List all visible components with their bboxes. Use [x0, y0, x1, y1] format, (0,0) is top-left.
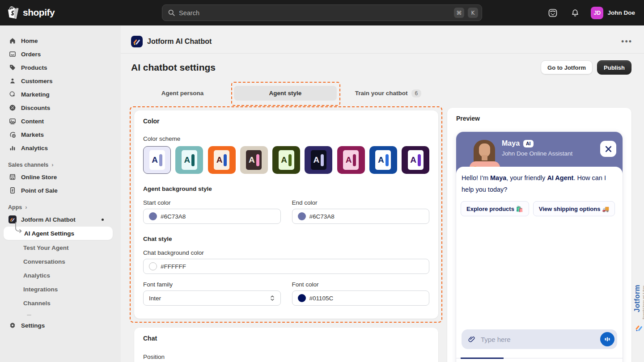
notifications-bell-icon[interactable]: [568, 6, 582, 20]
tag-icon: [8, 63, 17, 72]
sidebar-item-markets[interactable]: Markets: [4, 128, 115, 141]
color-scheme-option-1[interactable]: A: [143, 146, 171, 174]
chat-message-input[interactable]: Type here: [462, 329, 617, 349]
jotform-watermark-tagline: Powerful forms get it done: [642, 286, 644, 320]
pos-terminal-icon: [8, 186, 17, 195]
start-color-input[interactable]: #6C73A8: [143, 209, 281, 224]
color-scheme-option-8[interactable]: A: [369, 146, 397, 174]
sidebar-item-online-store[interactable]: Online Store: [4, 171, 115, 183]
suggestion-view-shipping[interactable]: View shipping options 🚚: [533, 201, 615, 216]
suggestion-explore-products[interactable]: Explore products 🛍️: [461, 201, 529, 216]
home-icon: [8, 37, 17, 45]
chat-settings-card: Chat Position: [134, 328, 438, 362]
paperclip-icon[interactable]: [468, 335, 476, 343]
color-scheme-option-7[interactable]: A: [337, 146, 365, 174]
ai-badge: AI: [523, 140, 534, 147]
start-color-swatch: [149, 212, 157, 220]
color-scheme-option-6[interactable]: A: [305, 146, 332, 174]
sidebar-item-customers[interactable]: Customers: [4, 75, 115, 87]
media-icon: [8, 117, 17, 126]
sidebar-item-orders[interactable]: Orders: [4, 48, 115, 60]
close-icon: [605, 145, 612, 153]
color-scheme-option-9[interactable]: A: [402, 146, 429, 174]
color-scheme-option-4[interactable]: A: [240, 146, 268, 174]
sidebar-item-analytics[interactable]: Analytics: [4, 142, 115, 154]
font-color-label: Font color: [292, 281, 430, 288]
voice-input-button[interactable]: [600, 332, 614, 346]
agent-subtitle: John Doe Online Assistant: [502, 150, 572, 157]
tab-count-badge: 6: [411, 89, 422, 97]
font-family-label: Font family: [143, 281, 281, 288]
page-title: AI chatbot settings: [131, 62, 216, 73]
target-cursor-icon: [8, 90, 17, 99]
shopify-wordmark: shopify: [23, 7, 55, 18]
kbd-k: K: [468, 8, 478, 18]
color-settings-card: Color Color scheme AAAAAAAAA Agent backg…: [134, 110, 438, 319]
sales-channels-header[interactable]: Sales channels ›: [8, 161, 114, 168]
preview-title: Preview: [456, 115, 623, 122]
search-input[interactable]: Search ⌘ K: [162, 4, 482, 21]
font-color-input[interactable]: #01105C: [292, 290, 430, 306]
sidebar-item-conversations[interactable]: Conversations: [0, 255, 121, 269]
tab-agent-style[interactable]: Agent style: [234, 86, 337, 101]
tab-train-your-chatbot[interactable]: Train your chatbot 6: [337, 86, 440, 101]
unread-dot: [102, 219, 104, 221]
chat-card-title: Chat: [143, 335, 429, 342]
chat-bg-color-input[interactable]: #FFFFFF: [143, 259, 429, 274]
sidebar-item-settings[interactable]: Settings: [4, 319, 115, 332]
color-scheme-option-5[interactable]: A: [272, 146, 300, 174]
color-scheme-option-3[interactable]: A: [208, 146, 236, 174]
kbd-cmd: ⌘: [454, 8, 464, 18]
shopify-logo[interactable]: shopify: [8, 6, 55, 19]
search-icon: [168, 9, 175, 17]
more-actions-button[interactable]: •••: [621, 39, 632, 44]
preview-panel: Preview Maya AI John Doe Online Assist: [447, 108, 631, 362]
font-family-select[interactable]: Inter: [143, 290, 281, 306]
jotform-watermark: Jotform Powerful forms get it done: [633, 285, 644, 362]
app-header: Jotform AI Chatbot •••: [121, 25, 644, 54]
sidebar-item-home[interactable]: Home: [4, 34, 115, 47]
agent-name: Maya: [502, 139, 520, 147]
sidebar-item-integrations[interactable]: Integrations: [0, 282, 121, 296]
chat-style-heading: Chat style: [143, 236, 429, 242]
sidebar-item-channels[interactable]: Channels: [0, 296, 121, 310]
settings-tabs: Agent persona Agent style Train your cha…: [131, 86, 440, 101]
sidebar-item-test-your-agent[interactable]: Test Your Agent: [0, 241, 121, 255]
jotform-watermark-brand: Jotform: [633, 285, 641, 312]
chevron-right-icon: ›: [51, 161, 53, 168]
sidebar-item-ai-agent-settings[interactable]: AI Agent Settings: [4, 227, 113, 240]
sidebar-item-products[interactable]: Products: [4, 61, 115, 74]
sidebar: Home Orders Products Customers Marketing…: [0, 25, 121, 362]
apps-header[interactable]: Apps ›: [8, 204, 114, 210]
user-menu[interactable]: JD John Doe: [591, 7, 635, 19]
globe-dollar-icon: [8, 130, 17, 139]
publish-button[interactable]: Publish: [597, 60, 631, 75]
topbar: shopify Search ⌘ K JD John Doe: [0, 0, 644, 25]
go-to-jotform-button[interactable]: Go to Jotform: [541, 60, 593, 75]
storefront-icon: [8, 173, 17, 181]
sidebar-item-app-analytics[interactable]: Analytics: [0, 269, 121, 282]
tab-agent-persona[interactable]: Agent persona: [131, 86, 234, 101]
end-color-input[interactable]: #6C73A8: [292, 209, 430, 224]
chevron-right-icon: ›: [25, 204, 27, 210]
position-label: Position: [143, 354, 429, 360]
tree-elbow-icon: [14, 221, 24, 235]
sidebar-item-marketing[interactable]: Marketing: [4, 88, 115, 101]
chat-input-placeholder: Type here: [481, 336, 595, 343]
main-content: Jotform AI Chatbot ••• AI chatbot settin…: [121, 25, 644, 362]
search-placeholder: Search: [179, 9, 450, 17]
jotform-app-icon: [131, 36, 143, 47]
color-scheme-label: Color scheme: [143, 135, 429, 142]
color-scheme-option-2[interactable]: A: [175, 146, 203, 174]
close-chat-button[interactable]: [600, 141, 616, 157]
sidebar-item-discounts[interactable]: Discounts: [4, 101, 115, 114]
chat-widget-preview: Maya AI John Doe Online Assistant Hello!…: [456, 132, 623, 362]
orders-icon: [8, 50, 17, 59]
sidebar-item-content[interactable]: Content: [4, 115, 115, 127]
app-title: Jotform AI Chatbot: [147, 38, 212, 46]
discount-icon: [8, 104, 17, 112]
agent-bg-style-heading: Agent background style: [143, 185, 429, 192]
start-color-label: Start color: [143, 199, 281, 206]
sidekick-icon[interactable]: [546, 6, 559, 20]
sidebar-item-point-of-sale[interactable]: Point of Sale: [4, 184, 115, 197]
